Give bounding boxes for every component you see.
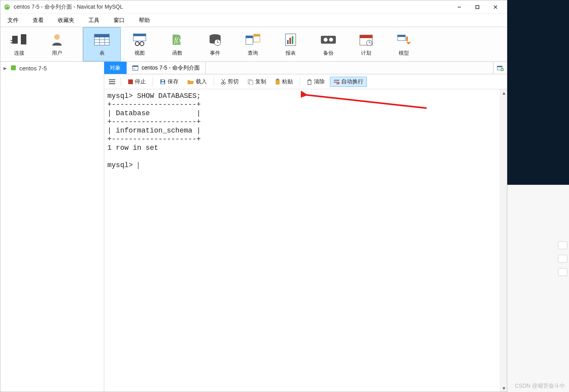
- text-cursor: [138, 162, 138, 169]
- toolbar-schedule[interactable]: 计划: [347, 27, 385, 61]
- clock-db-icon: [208, 32, 222, 47]
- sidebar: ▶ centos 7-5: [0, 62, 104, 392]
- tree-connection-root[interactable]: ▶ centos 7-5: [0, 62, 104, 74]
- toolbar-report[interactable]: 报表: [272, 27, 309, 61]
- maximize-button[interactable]: [468, 1, 486, 13]
- svg-rect-65: [249, 81, 253, 85]
- save-icon: [160, 79, 166, 85]
- console-wrap: mysql> SHOW DATABASES; +----------------…: [104, 89, 507, 392]
- tabstrip-spacer: [206, 62, 494, 74]
- view-icon: [132, 32, 147, 47]
- svg-rect-32: [289, 38, 291, 44]
- toolbar-event-label: 事件: [210, 50, 220, 57]
- calendar-icon: [359, 32, 373, 47]
- svg-rect-58: [161, 82, 164, 84]
- db-server-icon: [10, 64, 17, 72]
- bg-icon: [558, 241, 567, 249]
- stop-icon: [128, 79, 133, 85]
- tab-cli-label: centos 7-5 - 命令列介面: [142, 64, 200, 72]
- clear-label: 清除: [314, 78, 325, 85]
- save-label: 保存: [168, 78, 179, 85]
- menu-view[interactable]: 查看: [26, 14, 51, 27]
- save-button[interactable]: 保存: [156, 77, 182, 87]
- toolbar-user-label: 用户: [52, 50, 62, 57]
- toolbar-backup[interactable]: 备份: [309, 27, 347, 61]
- workarea: ▶ centos 7-5 对象 >_: [0, 62, 507, 392]
- toolbar-connect-label: 连接: [14, 50, 24, 57]
- chevron-right-icon: ▶: [3, 66, 7, 70]
- svg-rect-47: [133, 66, 138, 67]
- paste-button[interactable]: 粘贴: [271, 77, 296, 87]
- cut-button[interactable]: 剪切: [217, 77, 242, 87]
- scroll-up-button[interactable]: ▴: [501, 90, 506, 96]
- scroll-down-button[interactable]: ▾: [501, 385, 506, 391]
- menu-tools[interactable]: 工具: [81, 14, 107, 27]
- minimize-button[interactable]: [450, 1, 468, 13]
- toolbar-function[interactable]: f(x) 函数: [158, 27, 196, 61]
- toolbar-model-label: 模型: [399, 50, 409, 57]
- cli-icon: >_: [132, 65, 138, 71]
- paste-label: 粘贴: [282, 78, 293, 85]
- svg-rect-59: [162, 80, 164, 81]
- svg-rect-33: [292, 36, 293, 44]
- svg-point-19: [140, 42, 144, 46]
- svg-point-18: [135, 42, 139, 46]
- menu-favorite[interactable]: 收藏夹: [51, 14, 81, 27]
- menubar: 文件 查看 收藏夹 工具 窗口 帮助: [0, 14, 507, 27]
- background-strip: CSDN @艰苦奋斗中: [507, 0, 569, 392]
- toolbar-event[interactable]: 事件: [196, 27, 234, 61]
- app-icon: [4, 4, 11, 11]
- svg-rect-2: [476, 6, 479, 9]
- scissors-icon: [221, 79, 226, 85]
- wrap-button[interactable]: 自动换行: [330, 77, 367, 87]
- svg-rect-27: [246, 36, 253, 38]
- console-output[interactable]: mysql> SHOW DATABASES; +----------------…: [104, 89, 500, 392]
- background-sidebar-icons: [558, 241, 567, 276]
- toolbar-model[interactable]: 模型: [385, 27, 423, 61]
- tab-objects[interactable]: 对象: [104, 62, 127, 74]
- copy-button[interactable]: 复制: [244, 77, 270, 87]
- copy-icon: [247, 79, 254, 85]
- wrap-label: 自动换行: [341, 78, 363, 85]
- cut-label: 剪切: [228, 78, 239, 85]
- background-terminal: [507, 0, 569, 185]
- toolbar-query[interactable]: 查询: [234, 27, 272, 61]
- toolbar-table-label: 表: [99, 50, 105, 57]
- toolbar-backup-label: 备份: [323, 50, 333, 57]
- toolbar-user[interactable]: 用户: [38, 27, 76, 61]
- report-icon: [284, 32, 297, 47]
- svg-point-60: [221, 82, 223, 84]
- hamburger-icon: [109, 79, 116, 85]
- query-icon: [245, 32, 261, 47]
- load-label: 载入: [196, 78, 207, 85]
- toolbar-connect[interactable]: 连接: [0, 27, 38, 61]
- vertical-scrollbar[interactable]: ▴ ▾: [500, 89, 507, 392]
- menu-file[interactable]: 文件: [0, 14, 26, 27]
- model-icon: [396, 32, 412, 47]
- clear-button[interactable]: 清除: [303, 77, 328, 87]
- user-icon: [50, 32, 64, 47]
- window-title: centos 7-5 - 命令列介面 - Navicat for MySQL: [14, 4, 450, 11]
- svg-rect-11: [94, 34, 109, 37]
- watermark: CSDN @艰苦奋斗中: [515, 383, 565, 390]
- svg-rect-5: [12, 36, 18, 44]
- close-button[interactable]: [486, 1, 505, 13]
- toolbar-view[interactable]: 视图: [121, 27, 158, 61]
- toolbar-schedule-label: 计划: [361, 50, 371, 57]
- wrap-icon: [333, 79, 340, 85]
- action-toolbar: 停止 保存 载入 剪切 复制: [104, 74, 507, 89]
- tab-cli[interactable]: >_ centos 7-5 - 命令列介面: [127, 62, 206, 74]
- stop-button[interactable]: 停止: [124, 77, 149, 87]
- toolbar-query-label: 查询: [248, 50, 258, 57]
- svg-point-61: [224, 82, 226, 84]
- menu-window[interactable]: 窗口: [107, 14, 132, 27]
- tape-icon: [320, 32, 337, 47]
- tabstrip: 对象 >_ centos 7-5 - 命令列介面: [104, 62, 507, 74]
- hamburger-button[interactable]: [107, 76, 118, 87]
- toolbar-table[interactable]: 表: [83, 27, 121, 61]
- load-button[interactable]: 载入: [184, 77, 210, 87]
- menu-help[interactable]: 帮助: [132, 14, 157, 27]
- new-tab-button[interactable]: [494, 62, 507, 74]
- new-tab-icon: [497, 64, 504, 72]
- svg-text:f(x): f(x): [174, 36, 184, 44]
